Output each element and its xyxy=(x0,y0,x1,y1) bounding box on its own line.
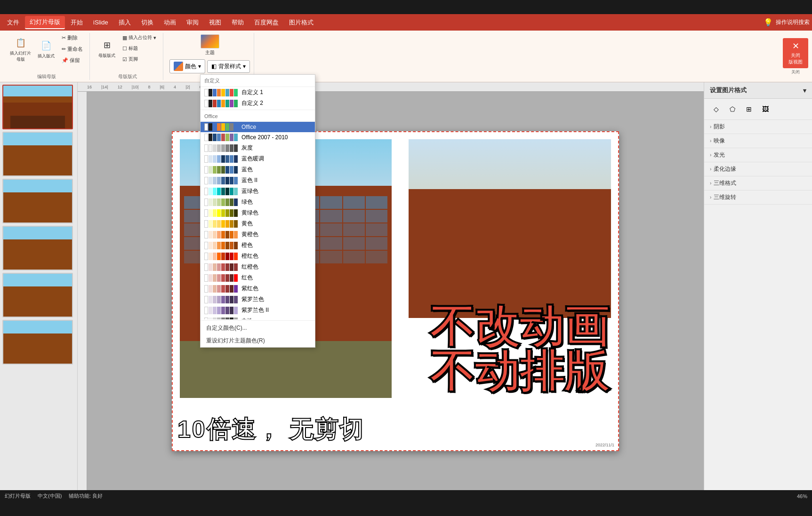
search-input-label: 操作说明搜索 xyxy=(776,18,810,26)
slide-thumb-container-4 xyxy=(2,226,75,270)
panel-icon-layout[interactable]: ⊞ xyxy=(742,103,756,116)
panel-icon-picture[interactable]: 🖼 xyxy=(758,103,772,116)
panel-section-3drotation[interactable]: › 三维旋转 xyxy=(704,191,812,205)
panel-icon-shape[interactable]: ◇ xyxy=(709,103,723,116)
menu-animation[interactable]: 动画 xyxy=(159,16,181,29)
app-window: 文件 幻灯片母版 开始 iSlide 插入 切换 动画 审阅 视图 帮助 百度网… xyxy=(0,14,812,502)
menu-review[interactable]: 审阅 xyxy=(182,16,203,29)
dropdown-label-bluewarm: 蓝色暖调 xyxy=(241,155,311,163)
panel-section-soften[interactable]: › 柔化边缘 xyxy=(704,162,812,176)
dropdown-divider-2 xyxy=(201,320,315,321)
dropdown-item-teal[interactable]: 蓝绿色 xyxy=(201,186,315,197)
dropdown-custom-header: 自定义 xyxy=(201,75,315,87)
swatch-teal xyxy=(204,188,238,195)
menu-insert[interactable]: 插入 xyxy=(114,16,136,29)
btn-footer-checkbox[interactable]: ☑页脚 xyxy=(120,55,159,64)
btn-insert-slidemaster[interactable]: 📋 插入幻灯片母版 xyxy=(8,35,33,64)
dropdown-label-redorange: 红橙色 xyxy=(241,263,311,271)
slide-thumb-4[interactable] xyxy=(2,226,73,270)
menu-slidemaster[interactable]: 幻灯片母版 xyxy=(25,16,65,29)
bg-style-label: 背景样式 xyxy=(218,63,241,71)
btn-color-theme[interactable]: 颜色 ▾ xyxy=(169,59,205,73)
dropdown-scroll-area[interactable]: Office Office 2007 - 2010 xyxy=(201,122,315,319)
panel-section-glow[interactable]: › 发光 xyxy=(704,148,812,162)
btn-insert-placeholder[interactable]: ▦插入占位符▾ xyxy=(120,33,159,42)
slide-thumb-container-1: 1 xyxy=(2,85,75,129)
swatch-violet xyxy=(204,296,238,303)
slide-thumb-2[interactable] xyxy=(2,132,73,176)
color-theme-dropdown: 自定义 自定义 1 自定义 2 Office xyxy=(200,74,315,348)
status-accessibility: 辅助功能: 良好 xyxy=(69,492,103,500)
dropdown-item-gray[interactable]: 灰度 xyxy=(201,143,315,153)
right-panel-close[interactable]: ▾ xyxy=(803,87,806,94)
panel-shadow-label: 阴影 xyxy=(714,123,725,131)
dropdown-item-custom2[interactable]: 自定义 2 xyxy=(201,98,315,109)
menu-islide[interactable]: iSlide xyxy=(88,17,113,28)
dropdown-footer-customcolor[interactable]: 自定义颜色(C)... xyxy=(201,322,315,334)
dropdown-item-orangered[interactable]: 橙红色 xyxy=(201,251,315,262)
btn-bg-style[interactable]: ◧ 背景样式 ▾ xyxy=(207,60,250,73)
ribbon-group-edittheme: 主题 颜色 ▾ ◧ 背景样式 ▾ xyxy=(166,33,254,80)
btn-close-masterview[interactable]: ✕ 关闭版视图 xyxy=(783,38,808,68)
dropdown-item-violet2[interactable]: 紫罗兰色 II xyxy=(201,305,315,316)
dropdown-office-header: Office xyxy=(201,111,315,122)
btn-delete[interactable]: ✂删除 xyxy=(59,33,86,43)
panel-icon-pentagon[interactable]: ⬠ xyxy=(725,103,740,116)
panel-section-shadow[interactable]: › 阴影 xyxy=(704,120,812,134)
dropdown-item-custom1[interactable]: 自定义 1 xyxy=(201,87,315,98)
dropdown-item-bluewarm[interactable]: 蓝色暖调 xyxy=(201,153,315,164)
dropdown-item-yelloworange[interactable]: 黄橙色 xyxy=(201,229,315,240)
btn-insert-layout[interactable]: 📄 插入版式 xyxy=(35,38,57,61)
dropdown-label-blue2: 蓝色 II xyxy=(241,176,311,184)
panel-section-3dformat[interactable]: › 三维格式 xyxy=(704,176,812,191)
btn-rename[interactable]: ✏重命名 xyxy=(59,44,86,54)
menu-transition[interactable]: 切换 xyxy=(137,16,158,29)
dropdown-item-yellow[interactable]: 黄色 xyxy=(201,218,315,229)
swatch-yelloworange xyxy=(204,231,238,238)
btn-preserve[interactable]: 📌保留 xyxy=(59,56,86,65)
dropdown-item-office2007[interactable]: Office 2007 - 2010 xyxy=(201,132,315,143)
insert-layout-icon: 📄 xyxy=(40,39,53,52)
btn-theme[interactable]: 主题 xyxy=(198,33,222,57)
ribbon: 📋 插入幻灯片母版 📄 插入版式 ✂删除 ✏重命名 xyxy=(0,31,812,82)
btn-title-checkbox[interactable]: ☐标题 xyxy=(120,44,159,53)
bg-style-arrow: ▾ xyxy=(243,63,246,70)
panel-section-reflection[interactable]: › 映像 xyxy=(704,134,812,148)
dropdown-label-green: 绿色 xyxy=(241,198,311,206)
dropdown-item-rose[interactable]: 紫红色 xyxy=(201,283,315,294)
group-editmaster-label: 编辑母版 xyxy=(37,73,56,80)
overlay-text-1: 不改动画 不动排版 xyxy=(430,304,609,394)
btn-master-layout[interactable]: ⊞ 母版版式 xyxy=(96,37,118,60)
slide-thumb-1[interactable] xyxy=(2,85,73,129)
building-image-right xyxy=(409,139,611,318)
dropdown-footer-reset[interactable]: 重设幻灯片主题颜色(R) xyxy=(201,334,315,347)
menu-home[interactable]: 开始 xyxy=(66,16,88,29)
slide-thumb-container-2 xyxy=(2,132,75,176)
menu-baidu[interactable]: 百度网盘 xyxy=(249,16,283,29)
ruler-top: 16|14|12|10|8|6|4|2|0|2|4|6|8|10|12|14|1… xyxy=(78,82,704,92)
dropdown-item-blue[interactable]: 蓝色 xyxy=(201,164,315,175)
overlay-text-line1: 不改动画 xyxy=(430,304,609,349)
slide-thumb-6[interactable] xyxy=(2,320,73,365)
slide-thumb-3[interactable] xyxy=(2,179,73,223)
menu-view[interactable]: 视图 xyxy=(204,16,226,29)
dropdown-item-neutral[interactable]: 中性 xyxy=(201,316,315,319)
swatch-blue2 xyxy=(204,177,238,184)
slide-thumb-5[interactable] xyxy=(2,273,73,318)
swatch-redorange xyxy=(204,263,238,271)
dropdown-item-blue2[interactable]: 蓝色 II xyxy=(201,175,315,186)
menu-file[interactable]: 文件 xyxy=(2,16,24,29)
dropdown-label-custom1: 自定义 1 xyxy=(241,88,311,96)
dropdown-item-green[interactable]: 绿色 xyxy=(201,197,315,207)
dropdown-item-red[interactable]: 红色 xyxy=(201,272,315,283)
swatch-office xyxy=(204,123,238,131)
menu-help[interactable]: 帮助 xyxy=(227,16,249,29)
master-layout-icon: ⊞ xyxy=(100,39,113,52)
dropdown-item-office[interactable]: Office xyxy=(201,122,315,132)
dropdown-item-violet[interactable]: 紫罗兰色 xyxy=(201,294,315,305)
dropdown-item-yellowgreen[interactable]: 黄绿色 xyxy=(201,207,315,218)
menu-pictureformat[interactable]: 图片格式 xyxy=(284,16,318,29)
dropdown-item-redorange[interactable]: 红橙色 xyxy=(201,262,315,272)
slide-thumb-container-5 xyxy=(2,273,75,318)
dropdown-item-orange[interactable]: 橙色 xyxy=(201,240,315,251)
